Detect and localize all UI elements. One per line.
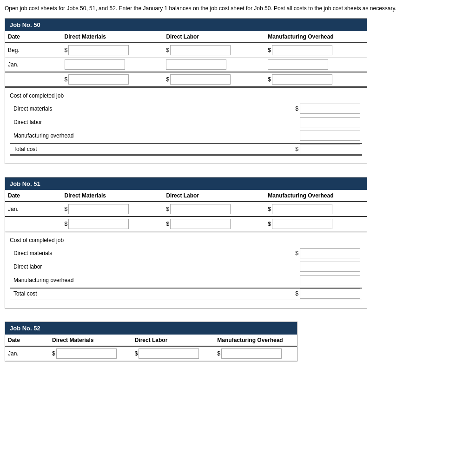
total-mo-cell: $: [265, 72, 367, 87]
cost-item-row: Direct materials $: [10, 247, 362, 259]
job50-cost-dm-input[interactable]: [300, 104, 360, 114]
job50-total-dl-input[interactable]: [170, 74, 231, 85]
total-cost-row: Total cost $: [10, 288, 362, 300]
job-50-col-date: Date: [5, 31, 62, 43]
job52-jan-dm-input[interactable]: [56, 348, 117, 359]
table-row: Jan.: [5, 57, 367, 72]
job-50-table: Date Direct Materials Direct Labor Manuf…: [5, 31, 367, 88]
dollar-sign: $: [166, 76, 169, 83]
job-51-table: Date Direct Materials Direct Labor Manuf…: [5, 190, 367, 232]
dollar-sign: $: [166, 221, 169, 227]
dollar-sign: $: [268, 47, 271, 53]
total-cost-input-area: $: [295, 289, 362, 299]
row-mo-jan: $: [214, 346, 297, 361]
row-dl-beg: $: [163, 43, 265, 58]
dollar-sign: $: [268, 206, 271, 212]
job51-jan-dm-input[interactable]: [68, 204, 129, 214]
job-52-col-mo: Manufacturing Overhead: [214, 335, 297, 346]
table-row: Beg. $ $ $: [5, 43, 367, 58]
job50-cost-dl-input[interactable]: [300, 117, 360, 127]
job-51-col-mo: Manufacturing Overhead: [265, 190, 367, 202]
job-50-col-mo: Manufacturing Overhead: [265, 31, 367, 43]
row-mo-beg: $: [265, 43, 367, 58]
cost-dl-label: Direct labor: [10, 119, 300, 125]
dollar-sign: $: [217, 350, 220, 357]
cost-item-row: Manufacturing overhead: [10, 274, 362, 286]
row-dm-jan: [62, 57, 164, 72]
job52-jan-dl-input[interactable]: [139, 348, 199, 359]
dollar-sign: $: [65, 76, 68, 83]
job50-beg-dl-input[interactable]: [170, 45, 231, 55]
total-cost-label: Total cost: [10, 146, 295, 152]
total-date-cell: [5, 72, 62, 87]
table-row-total: $ $ $: [5, 217, 367, 232]
dollar-sign: $: [166, 206, 169, 212]
job52-jan-mo-input[interactable]: [221, 348, 282, 359]
job50-cost-mo-input[interactable]: [300, 131, 360, 141]
job-52-col-dm: Direct Materials: [49, 335, 132, 346]
cost-dm-label: Direct materials: [10, 250, 295, 256]
cost-completed-title: Cost of completed job: [10, 92, 362, 99]
cost-dl-label: Direct labor: [10, 263, 300, 270]
dollar-sign: $: [65, 206, 68, 212]
cost-item-row: Manufacturing overhead: [10, 130, 362, 142]
job51-jan-mo-input[interactable]: [272, 204, 332, 214]
row-date-jan: Jan.: [5, 57, 62, 72]
job51-cost-dm-input[interactable]: [300, 248, 360, 258]
job51-cost-section: Cost of completed job Direct materials $…: [5, 232, 367, 308]
total-dm-cell: $: [62, 72, 164, 87]
job50-beg-mo-input[interactable]: [272, 45, 332, 55]
job-52-col-date: Date: [5, 335, 49, 346]
row-dm-beg: $: [62, 43, 164, 58]
cost-dm-input-area: $: [295, 104, 362, 114]
cost-dl-input-area: [300, 117, 362, 127]
job50-jan-mo-input[interactable]: [268, 59, 328, 70]
total-dl-cell: $: [163, 72, 265, 87]
job51-cost-dl-input[interactable]: [300, 262, 360, 272]
cost-mo-label: Manufacturing overhead: [10, 277, 300, 283]
job51-total-cost-input[interactable]: [300, 289, 360, 299]
job-51-header: Job No. 51: [5, 177, 367, 190]
row-dl-jan: [163, 57, 265, 72]
job-52-header: Job No. 52: [5, 322, 297, 335]
total-dl-cell: $: [163, 217, 265, 232]
dollar-sign: $: [135, 350, 138, 357]
job-51-col-date: Date: [5, 190, 62, 202]
dollar-sign: $: [65, 47, 68, 53]
job-51-col-dl: Direct Labor: [163, 190, 265, 202]
job-50-col-dm: Direct Materials: [62, 31, 164, 43]
cost-dm-label: Direct materials: [10, 105, 295, 112]
job50-jan-dl-input[interactable]: [166, 59, 226, 70]
instruction-text: Open job cost sheets for Jobs 50, 51, an…: [5, 5, 471, 13]
table-row-total: $ $ $: [5, 72, 367, 87]
total-cost-input-area: $: [295, 144, 362, 154]
dollar-sign: $: [166, 47, 169, 53]
row-date-jan: Jan.: [5, 346, 49, 361]
job50-jan-dm-input[interactable]: [65, 59, 125, 70]
row-dm-jan: $: [49, 346, 132, 361]
cost-completed-title: Cost of completed job: [10, 237, 362, 243]
total-cost-label: Total cost: [10, 290, 295, 297]
total-date-cell: [5, 217, 62, 232]
job50-beg-dm-input[interactable]: [68, 45, 129, 55]
table-row: Jan. $ $ $: [5, 346, 297, 361]
dollar-sign: $: [65, 221, 68, 227]
job50-total-mo-input[interactable]: [272, 74, 332, 85]
cost-dm-input-area: $: [295, 248, 362, 258]
cost-item-row: Direct labor: [10, 261, 362, 273]
row-date-jan: Jan.: [5, 202, 62, 217]
job-50-section: Job No. 50 Date Direct Materials Direct …: [5, 18, 367, 164]
total-mo-cell: $: [265, 217, 367, 232]
cost-dl-input-area: [300, 262, 362, 272]
dollar-sign: $: [295, 146, 298, 152]
row-mo-jan: [265, 57, 367, 72]
dollar-sign: $: [268, 221, 271, 227]
job51-jan-dl-input[interactable]: [170, 204, 231, 214]
cost-item-row: Direct labor: [10, 116, 362, 128]
job51-total-dl-input[interactable]: [170, 219, 231, 229]
job50-total-dm-input[interactable]: [68, 74, 129, 85]
job51-total-dm-input[interactable]: [68, 219, 129, 229]
job51-cost-mo-input[interactable]: [300, 275, 360, 285]
job50-total-cost-input[interactable]: [300, 144, 360, 154]
job51-total-mo-input[interactable]: [272, 219, 332, 229]
